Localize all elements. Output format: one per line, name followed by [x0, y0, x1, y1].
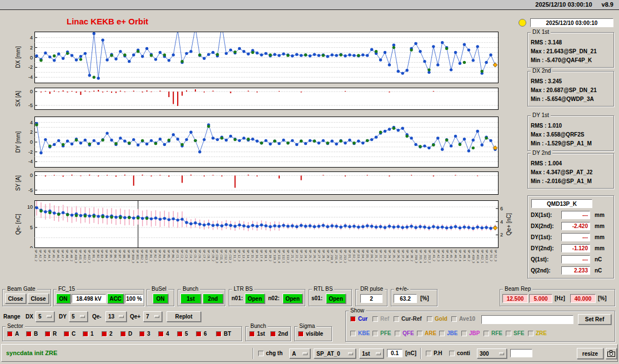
checkbox[interactable] [350, 316, 356, 322]
show-option-cur[interactable]: Cur [350, 316, 368, 322]
sector-option-bt[interactable]: BT [216, 331, 231, 337]
sector-select-dropdown[interactable]: A [289, 348, 310, 358]
beam-gate-close-2-button[interactable]: Close [28, 294, 49, 304]
checkbox[interactable] [449, 351, 455, 356]
resize-button[interactable]: resize [577, 348, 603, 359]
checkbox[interactable] [177, 331, 183, 337]
readout-row: DX(2nd): -2.420 mm [528, 222, 615, 231]
checkbox[interactable] [350, 331, 356, 336]
threshold-input[interactable]: 0.1 [387, 349, 402, 357]
sector-option-5[interactable]: 5 [177, 331, 188, 337]
checkbox[interactable] [426, 351, 431, 356]
checkbox[interactable] [158, 331, 164, 337]
bunch-select-dropdown[interactable]: 1st [359, 348, 384, 358]
fc15-on-button[interactable]: ON [56, 294, 71, 304]
sector-option-2[interactable]: 2 [102, 331, 113, 337]
checkbox[interactable] [45, 331, 51, 337]
checkbox[interactable] [417, 331, 422, 336]
checkbox[interactable] [102, 331, 107, 337]
checkbox[interactable] [139, 331, 145, 337]
show-option-are[interactable]: ARE [417, 330, 436, 336]
checkbox[interactable] [439, 331, 445, 336]
checkbox[interactable] [373, 331, 378, 336]
sy-steering-plot[interactable]: 0-5 [24, 171, 507, 195]
set-ref-button[interactable]: Set Ref [578, 314, 611, 325]
range-dx-label: DX [26, 314, 33, 320]
dx-orbit-plot[interactable]: 420-2-4 [24, 32, 507, 83]
checkbox[interactable] [461, 331, 467, 336]
bpm-select-dropdown[interactable]: SP_AT_0 [314, 348, 356, 358]
checkbox[interactable] [249, 331, 255, 337]
interval-dropdown[interactable]: 300 [477, 348, 507, 358]
ltr-n02-open-button[interactable]: Open [283, 294, 303, 304]
checkbox[interactable] [64, 331, 69, 337]
sector-option-4[interactable]: 4 [158, 331, 169, 337]
checkbox[interactable] [528, 331, 534, 336]
checkbox[interactable] [373, 316, 378, 322]
show-option-ave10[interactable]: Ave10 [451, 316, 475, 322]
ph-checkbox[interactable]: P.H [426, 350, 442, 356]
chg-th-checkbox[interactable]: chg th [258, 350, 283, 356]
range-qe-plus-dropdown[interactable]: 7 [143, 311, 162, 322]
show-option-pfe[interactable]: PFE [373, 330, 391, 336]
magnet-name-field[interactable]: QMD13P_K [531, 199, 592, 208]
screenshot-button[interactable] [606, 348, 617, 359]
checkbox[interactable] [120, 331, 126, 337]
aux-input[interactable] [510, 349, 532, 357]
show-option-gold[interactable]: Gold [427, 316, 447, 322]
show-option-zre[interactable]: ZRE [528, 330, 547, 336]
checkbox[interactable] [427, 316, 432, 322]
bunch-2nd-button[interactable]: 2nd [203, 294, 223, 304]
checkbox[interactable] [7, 331, 13, 337]
bunch-1st-button[interactable]: 1st [180, 294, 201, 304]
range-dx-dropdown[interactable]: 5 [36, 311, 54, 322]
checkbox[interactable] [258, 351, 264, 356]
dy-orbit-plot[interactable]: 420-2-4 [24, 117, 507, 168]
sector-option-a[interactable]: A [7, 331, 19, 337]
bunch-1st-checkbox[interactable]: 1st [249, 331, 265, 337]
sector-option-c[interactable]: C [64, 331, 76, 337]
ltr-n01-open-button[interactable]: Open [245, 294, 265, 304]
ref-name-input[interactable] [481, 315, 573, 324]
show-option-qfe[interactable]: QFE [395, 330, 414, 336]
show-option-jbp[interactable]: JBP [461, 330, 480, 336]
beam-gate-close-1-button[interactable]: Close [5, 294, 26, 304]
show-option-ref[interactable]: Ref [373, 316, 389, 322]
checkbox[interactable] [484, 331, 489, 336]
sx-steering-plot[interactable]: 0-5 [24, 88, 507, 110]
dr-pulse-field[interactable]: 2 [360, 294, 383, 303]
sector-option-r[interactable]: R [45, 331, 57, 337]
sigma-visible-checkbox[interactable]: visible [298, 331, 323, 337]
checkbox[interactable] [451, 316, 457, 322]
show-option-cur-ref[interactable]: Cur-Ref [394, 316, 422, 322]
charge-plot[interactable]: 1050642 [24, 200, 507, 248]
show-option-kbe[interactable]: KBE [350, 330, 370, 336]
sector-option-b[interactable]: B [26, 331, 38, 337]
show-option-rfe[interactable]: RFE [484, 330, 502, 336]
bunch-2nd-checkbox[interactable]: 2nd [270, 331, 288, 337]
checkbox[interactable] [26, 331, 32, 337]
interval-value: 300 [480, 351, 489, 357]
conti-checkbox[interactable]: conti [449, 350, 470, 356]
sector-option-3[interactable]: 3 [139, 331, 150, 337]
fc15-acc-button[interactable]: ACC [107, 294, 124, 304]
checkbox[interactable] [298, 331, 304, 337]
checkbox[interactable] [394, 316, 399, 322]
checkbox[interactable] [196, 331, 202, 337]
show-option-sfe[interactable]: SFE [506, 330, 524, 336]
sector-option-6[interactable]: 6 [196, 331, 207, 337]
range-dy-dropdown[interactable]: 5 [69, 311, 88, 322]
replot-button[interactable]: Replot [167, 311, 201, 322]
checkbox[interactable] [216, 331, 222, 337]
busel-on-button[interactable]: ON [153, 294, 168, 304]
checkbox[interactable] [395, 331, 400, 336]
sector-option-d[interactable]: D [120, 331, 132, 337]
show-option-jbe[interactable]: JBE [439, 330, 457, 336]
checkbox[interactable] [270, 331, 276, 337]
rtl-s01-open-button[interactable]: Open [326, 294, 346, 304]
svg-text:2: 2 [500, 232, 503, 237]
range-qe-minus-dropdown[interactable]: 13 [105, 311, 127, 322]
checkbox[interactable] [506, 331, 511, 336]
checkbox[interactable] [83, 331, 88, 337]
sector-option-1[interactable]: 1 [83, 331, 94, 337]
